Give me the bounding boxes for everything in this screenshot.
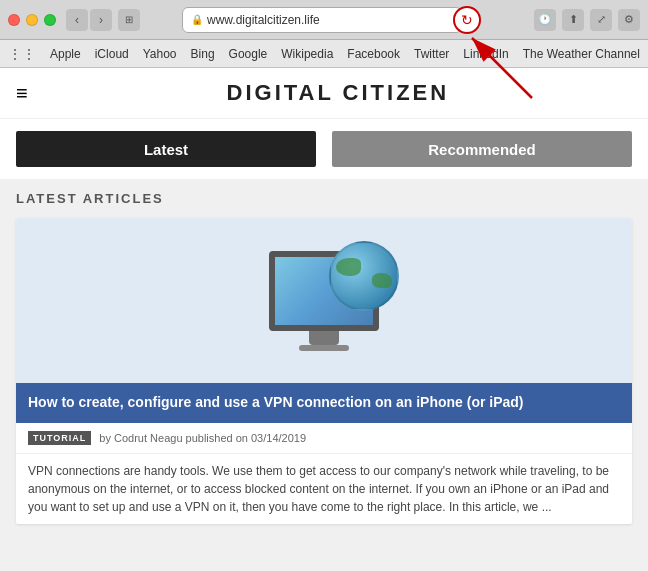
bookmarks-bar: ⋮⋮ Apple iCloud Yahoo Bing Google Wikipe… xyxy=(0,40,648,68)
address-bar-wrap: 🔒 www.digitalcitizen.life ↻ xyxy=(140,7,504,33)
apps-icon[interactable]: ⋮⋮ xyxy=(8,46,36,62)
back-button[interactable]: ‹ xyxy=(66,9,88,31)
hamburger-menu[interactable]: ≡ xyxy=(16,82,28,105)
monitor-base xyxy=(299,345,349,351)
bookmark-linkedin[interactable]: LinkedIn xyxy=(457,45,514,63)
bookmark-apple[interactable]: Apple xyxy=(44,45,87,63)
monitor-illustration xyxy=(264,251,384,351)
minimize-button[interactable] xyxy=(26,14,38,26)
article-meta: TUTORIAL by Codrut Neagu published on 03… xyxy=(16,423,632,454)
bookmark-icloud[interactable]: iCloud xyxy=(89,45,135,63)
bookmark-google[interactable]: Google xyxy=(223,45,274,63)
article-title[interactable]: How to create, configure and use a VPN c… xyxy=(16,383,632,423)
tab-recommended[interactable]: Recommended xyxy=(332,131,632,167)
site-header: ≡ DIGITAL CITIZEN xyxy=(0,68,648,119)
article-excerpt: VPN connections are handy tools. We use … xyxy=(16,454,632,524)
tab-latest[interactable]: Latest xyxy=(16,131,316,167)
reload-button[interactable]: ↻ xyxy=(453,6,481,34)
tab-row: Latest Recommended xyxy=(0,119,648,179)
bookmark-weather-channel[interactable]: The Weather Channel xyxy=(517,45,646,63)
traffic-lights xyxy=(8,14,56,26)
article-card[interactable]: How to create, configure and use a VPN c… xyxy=(16,218,632,524)
maximize-button[interactable] xyxy=(44,14,56,26)
bookmark-bing[interactable]: Bing xyxy=(185,45,221,63)
settings-button[interactable]: ⚙ xyxy=(618,9,640,31)
bookmark-twitter[interactable]: Twitter xyxy=(408,45,455,63)
site-title: DIGITAL CITIZEN xyxy=(44,80,632,106)
title-bar: ‹ › ⊞ 🔒 www.digitalcitizen.life ↻ 🕐 ⬆ ⤢ … xyxy=(0,0,648,40)
articles-section: LATEST ARTICLES How to create, configure… xyxy=(0,179,648,571)
navigation-arrows: ‹ › xyxy=(66,9,112,31)
forward-button[interactable]: › xyxy=(90,9,112,31)
address-bar[interactable]: 🔒 www.digitalcitizen.life ↻ xyxy=(182,7,462,33)
lock-icon: 🔒 xyxy=(191,14,203,25)
bookmark-wikipedia[interactable]: Wikipedia xyxy=(275,45,339,63)
history-button[interactable]: 🕐 xyxy=(534,9,556,31)
bookmark-yahoo[interactable]: Yahoo xyxy=(137,45,183,63)
tutorial-badge: TUTORIAL xyxy=(28,431,91,445)
article-meta-text: by Codrut Neagu published on 03/14/2019 xyxy=(99,432,306,444)
monitor-stand xyxy=(309,331,339,345)
url-text: www.digitalcitizen.life xyxy=(207,13,320,27)
tab-overview-button[interactable]: ⊞ xyxy=(118,9,140,31)
article-image xyxy=(16,218,632,383)
fullscreen-button[interactable]: ⤢ xyxy=(590,9,612,31)
right-icons: 🕐 ⬆ ⤢ ⚙ xyxy=(534,9,640,31)
globe-icon xyxy=(329,241,399,311)
bookmark-facebook[interactable]: Facebook xyxy=(341,45,406,63)
browser-content: ≡ DIGITAL CITIZEN Latest Recommended LAT… xyxy=(0,68,648,571)
section-title: LATEST ARTICLES xyxy=(16,191,632,206)
close-button[interactable] xyxy=(8,14,20,26)
share-button[interactable]: ⬆ xyxy=(562,9,584,31)
